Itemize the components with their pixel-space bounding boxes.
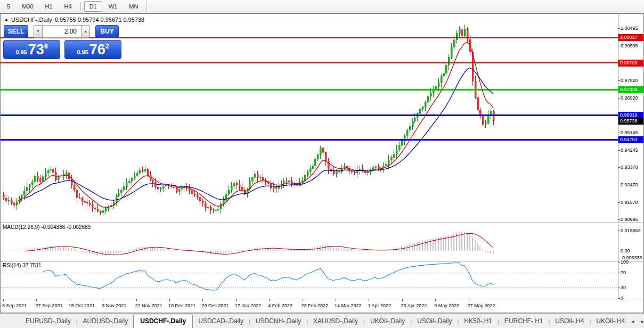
price-level-badge: 0.98709 (618, 60, 643, 67)
rsi-tick-label: 0 (621, 296, 643, 301)
chart-symbol-label: USDCHF-,Daily (11, 17, 52, 23)
rsi-canvas[interactable] (1, 261, 618, 299)
time-tick (103, 299, 103, 301)
time-tick (435, 299, 436, 301)
time-axis: 8 Sep 202127 Sep 202115 Oct 20213 Nov 20… (1, 299, 618, 313)
tab-audusd-daily[interactable]: AUDUSD-,Daily (78, 315, 134, 328)
timeframe-H4[interactable]: H4 (59, 1, 77, 12)
price-tick-label: 0.95145 (621, 130, 643, 136)
timeframe-W1[interactable]: W1 (103, 1, 123, 12)
timeframe-H1[interactable]: H1 (40, 1, 58, 12)
volume-decrease-button[interactable]: ▼ (34, 25, 43, 38)
tab-xauusd-daily[interactable]: XAUUSD-,Daily (308, 315, 363, 328)
time-tick (70, 299, 70, 301)
timeframe-5[interactable]: 5 (2, 1, 15, 12)
timeframe-MN[interactable]: MN (124, 1, 143, 12)
price-tick-label: 0.97820 (621, 78, 643, 84)
time-tick-label: 9 May 2022 (434, 303, 459, 308)
tab-usdchf-daily[interactable]: USDCHF-,Daily (133, 315, 193, 328)
toolbar-separator (146, 2, 147, 11)
price-tick-label: 1.00495 (621, 26, 643, 31)
sell-price-prefix: 0.95 (15, 49, 27, 55)
time-tick-label: 27 May 2022 (468, 303, 495, 308)
time-tick (36, 299, 37, 301)
sell-price-point: 8 (44, 43, 48, 50)
pane-divider[interactable] (1, 223, 643, 223)
time-tick-label: 4 Feb 2022 (268, 303, 292, 308)
tab-eurchf-h1[interactable]: EURCHF-,H1 (499, 315, 549, 328)
time-tick-label: 8 Sep 2021 (2, 303, 27, 308)
timeframe-D1[interactable]: D1 (84, 1, 102, 12)
volume-input[interactable]: 2.00 (43, 25, 81, 38)
rsi-label: RSI(14) 37.7511 (3, 263, 42, 268)
rsi-tick-label: 30 (621, 285, 643, 291)
tab-usoil-h4[interactable]: USOil-,H4 (550, 315, 589, 328)
pane-divider[interactable] (1, 261, 643, 261)
time-tick-label: 27 Sep 2021 (35, 303, 62, 308)
time-tick-label: 15 Oct 2021 (69, 303, 95, 308)
symbol-tab-bar: EURUSD-,Daily|AUDUSD-,DailyUSDCHF-,Daily… (0, 313, 644, 328)
chart-ohlc-values: 0.95755 0.95794 0.95671 0.95738 (55, 17, 144, 23)
time-tick (369, 299, 369, 301)
tab-ukoil-daily[interactable]: UKOil-,Daily (365, 315, 410, 328)
tab-usoil-daily[interactable]: USOil-,Daily (412, 315, 457, 328)
time-tick (469, 299, 469, 301)
time-tick (202, 299, 203, 301)
time-tick-label: 14 Mar 2022 (335, 303, 362, 308)
macd-canvas[interactable] (1, 223, 618, 261)
timeframe-M30[interactable]: M30 (17, 1, 38, 12)
buy-price-pips: 76 (89, 43, 105, 57)
price-level-badge: 0.94783 (618, 136, 643, 143)
price-level-badge: 0.97334 (618, 86, 643, 93)
volume-increase-button[interactable]: ▲ (81, 25, 90, 38)
tabs-scroll-right-icon[interactable]: ► (640, 319, 644, 324)
macd-label: MACD(12,26,9) -0.004386 -0.002689 (3, 224, 91, 230)
time-tick-label: 29 Dec 2021 (201, 303, 229, 308)
tab-eurusd-daily[interactable]: EURUSD-,Daily (20, 315, 76, 328)
price-tick-label: 0.91570 (621, 200, 643, 206)
macd-tick-label: 0.015562 (621, 228, 643, 234)
toolbar-separator (80, 2, 81, 11)
price-tick-label: 0.99595 (621, 43, 643, 49)
tabs-scroll-left-icon[interactable]: ◄ (630, 319, 635, 324)
time-tick-label: 23 Feb 2022 (301, 303, 329, 308)
collapse-arrow-icon[interactable]: ▲ (4, 18, 9, 22)
tab-usdcad-daily[interactable]: USDCAD-,Daily (193, 315, 249, 328)
time-tick (402, 299, 403, 301)
time-tick-label: 20 Apr 2022 (401, 303, 427, 308)
chart-window: ▲ USDCHF-,Daily 0.95755 0.95794 0.95671 … (0, 13, 644, 313)
time-tick (136, 299, 137, 301)
time-tick-label: 3 Nov 2021 (102, 303, 126, 308)
trading-terminal: 5M30H1H4D1W1MN ▲ USDCHF-,Daily 0.95755 0… (0, 0, 644, 328)
tab-hk50-h1[interactable]: HK50-,H1 (459, 315, 498, 328)
sell-button[interactable]: SELL (4, 25, 28, 38)
time-tick-label: 10 Dec 2021 (168, 303, 195, 308)
timeframe-toolbar: 5M30H1H4D1W1MN (0, 0, 644, 13)
buy-price-button[interactable]: 0.95 76 2 (64, 40, 121, 59)
rsi-tick-label: 100 (621, 259, 643, 265)
time-tick (236, 299, 237, 301)
time-tick-label: 22 Nov 2021 (135, 303, 162, 308)
time-tick (169, 299, 170, 301)
buy-price-prefix: 0.95 (77, 49, 88, 55)
tab-usdcnh-daily[interactable]: USDCNH-,Daily (250, 315, 306, 328)
time-tick-label: 17 Jan 2022 (235, 303, 262, 308)
price-tick-label: 0.90695 (621, 217, 643, 223)
price-tick-label: 0.93370 (621, 165, 643, 170)
price-tick-label: 0.94245 (621, 147, 643, 153)
price-level-badge: 1.00017 (618, 34, 643, 41)
time-tick (3, 299, 4, 301)
tab-ukoil-h4[interactable]: UKOil-,H4 (591, 315, 630, 328)
time-tick-label: 1 Apr 2022 (368, 303, 391, 308)
time-tick (269, 299, 270, 301)
sell-price-button[interactable]: 0.95 73 8 (3, 40, 60, 59)
buy-price-point: 2 (105, 43, 109, 50)
current-price-badge: 0.95738 (618, 118, 643, 125)
tab-scroll-controls: ◄► (630, 319, 644, 328)
macd-tick-label: 0.00 (621, 248, 643, 254)
buy-button[interactable]: BUY (95, 25, 119, 38)
time-tick (303, 299, 303, 301)
price-tick-label: 0.96920 (621, 95, 643, 101)
rsi-tick-label: 70 (621, 270, 643, 276)
price-axis-line (618, 14, 618, 299)
